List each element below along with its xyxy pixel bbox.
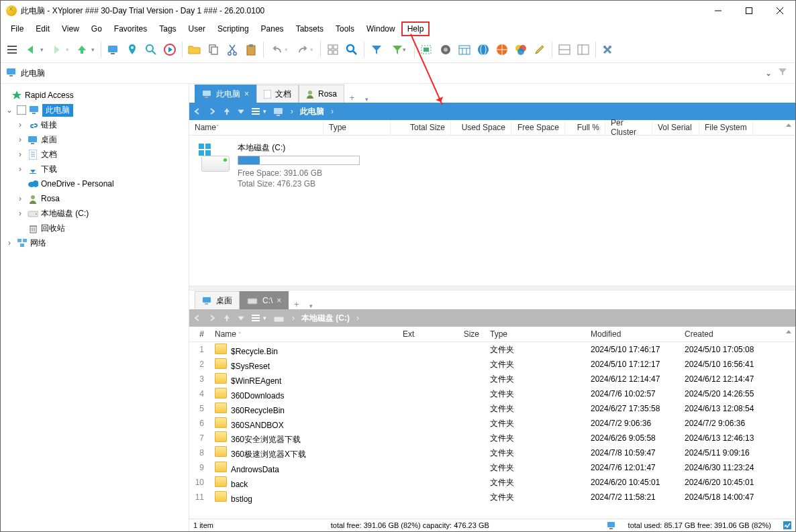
scroll-up-icon[interactable]	[785, 121, 794, 131]
colors-icon[interactable]	[512, 41, 530, 58]
column-header[interactable]: Type	[324, 120, 391, 135]
list-item[interactable]: 1$Recycle.Bin文件夹2024/5/10 17:46:172024/5…	[189, 342, 795, 357]
menu-tools[interactable]: Tools	[330, 21, 360, 36]
menu-go[interactable]: Go	[85, 21, 108, 36]
monitor-icon[interactable]	[105, 41, 122, 58]
tree-item[interactable]: ›下载	[1, 162, 189, 176]
tab[interactable]: 桌面	[195, 291, 240, 309]
globe-icon[interactable]	[475, 41, 492, 58]
menu-user[interactable]: User	[183, 21, 211, 36]
tab-menu-button[interactable]: ▾	[360, 96, 374, 103]
pane2-breadcrumb[interactable]: ▾ › 本地磁盘 (C:) ›	[189, 309, 795, 327]
column-header[interactable]: Full %	[565, 120, 605, 135]
pane2-list[interactable]: 1$Recycle.Bin文件夹2024/5/10 17:46:172024/5…	[189, 342, 795, 519]
column-header[interactable]: Modified	[585, 329, 679, 339]
settings-icon[interactable]	[599, 41, 617, 58]
column-header[interactable]: Vol Serial	[652, 120, 699, 135]
grid-icon[interactable]	[324, 41, 342, 58]
pane1-breadcrumb[interactable]: ▾ › 此电脑 ›	[189, 103, 795, 120]
open-folder-icon[interactable]	[186, 41, 203, 58]
back-button[interactable]: ▾	[22, 41, 46, 58]
list-item[interactable]: 9AndrowsData文件夹2024/7/6 12:01:472024/6/3…	[189, 460, 795, 475]
tree-item[interactable]: OneDrive - Personal	[1, 176, 189, 191]
list-item[interactable]: 6360SANDBOX文件夹2024/7/2 9:06:362024/7/2 9…	[189, 416, 795, 431]
tab[interactable]: C:\×	[240, 291, 289, 309]
menu-panes[interactable]: Panes	[255, 21, 290, 36]
redo-button[interactable]: ▾	[293, 41, 317, 58]
column-header[interactable]: Name ˄	[189, 120, 324, 135]
menu-edit[interactable]: Edit	[30, 21, 56, 36]
menu-scripting[interactable]: Scripting	[211, 21, 255, 36]
address-dropdown[interactable]: ⌄	[763, 68, 774, 78]
expand-icon[interactable]: ›	[15, 120, 25, 129]
column-header[interactable]: Size	[438, 329, 485, 339]
drive-item[interactable]: 本地磁盘 (C:) Free Space: 391.06 GB Total Si…	[197, 142, 787, 189]
maximize-button[interactable]	[734, 1, 764, 21]
tree-rapid-access[interactable]: Rapid Access	[1, 88, 189, 103]
pane-splitter[interactable]	[189, 286, 795, 290]
list-mode-icon[interactable]: ▾	[251, 107, 266, 115]
funnel-blue-icon[interactable]	[368, 41, 385, 58]
column-header[interactable]: Name ˄	[209, 329, 397, 339]
play-icon[interactable]	[161, 41, 179, 58]
circle-icon[interactable]	[437, 41, 454, 58]
column-header[interactable]: Free Space	[511, 120, 565, 135]
nav-up-icon[interactable]	[223, 314, 231, 322]
cut-icon[interactable]	[223, 41, 241, 58]
list-item[interactable]: 3$WinREAgent文件夹2024/6/12 12:14:472024/6/…	[189, 372, 795, 386]
list-item[interactable]: 7360安全浏览器下载文件夹2024/6/26 9:05:582024/6/13…	[189, 431, 795, 445]
funnel-green-icon[interactable]: ▾	[387, 41, 411, 58]
list-item[interactable]: 4360Downloads文件夹2024/7/6 10:02:572024/5/…	[189, 386, 795, 401]
expand-icon[interactable]: ›	[15, 194, 25, 203]
checkbox[interactable]	[17, 105, 26, 115]
nav-up-icon[interactable]	[223, 107, 231, 115]
column-header[interactable]: Type	[485, 329, 585, 339]
pane1-view[interactable]: 本地磁盘 (C:) Free Space: 391.06 GB Total Si…	[189, 136, 795, 286]
tree-item[interactable]: ›链接	[1, 117, 189, 132]
copy-icon[interactable]	[205, 41, 222, 58]
up-button[interactable]: ▾	[73, 41, 97, 58]
nav-forward-icon[interactable]	[208, 314, 216, 322]
column-header[interactable]: Per Cluster	[605, 120, 652, 135]
expand-icon[interactable]: ›	[15, 209, 25, 218]
list-item[interactable]: 11bstlog文件夹2024/7/2 11:58:212024/5/18 14…	[189, 490, 795, 504]
menu-window[interactable]: Window	[360, 21, 401, 36]
scroll-up-icon[interactable]	[785, 328, 794, 337]
column-header[interactable]: Total Size	[391, 120, 451, 135]
column-header[interactable]: #	[189, 329, 209, 339]
collapse-icon[interactable]: ⌄	[5, 105, 14, 115]
tab-add-button[interactable]: +	[344, 93, 360, 103]
tree-network[interactable]: ›网络	[1, 235, 189, 250]
nav-down-icon[interactable]	[238, 108, 244, 115]
find-icon[interactable]	[343, 41, 360, 58]
column-header[interactable]: Used Space	[451, 120, 511, 135]
tab[interactable]: Rosa	[299, 85, 344, 103]
pane2-columns[interactable]: #Name ˄ExtSizeTypeModifiedCreated	[189, 327, 795, 342]
nav-back-icon[interactable]	[193, 107, 201, 115]
filter-icon[interactable]	[778, 67, 790, 79]
expand-icon[interactable]: ›	[5, 238, 14, 248]
hamburger-icon[interactable]	[3, 41, 21, 58]
list-mode-icon[interactable]: ▾	[251, 314, 266, 322]
tab[interactable]: 此电脑×	[195, 85, 256, 103]
list-item[interactable]: 8360极速浏览器X下载文件夹2024/7/8 10:59:472024/5/1…	[189, 445, 795, 460]
crumb-segment[interactable]: 本地磁盘 (C:)	[301, 313, 350, 324]
list-item[interactable]: 10back文件夹2024/6/20 10:45:012024/6/20 10:…	[189, 475, 795, 490]
address-bar[interactable]: 此电脑 ⌄	[1, 63, 795, 84]
crumb-segment[interactable]: 此电脑	[300, 106, 324, 117]
menu-view[interactable]: View	[56, 21, 85, 36]
tree-item[interactable]: ›本地磁盘 (C:)	[1, 206, 189, 221]
tab[interactable]: 文档	[256, 85, 299, 103]
nav-back-icon[interactable]	[193, 314, 201, 322]
location-icon[interactable]	[123, 41, 141, 58]
column-header[interactable]: Created	[679, 329, 766, 339]
paste-icon[interactable]	[242, 41, 260, 58]
menu-tags[interactable]: Tags	[153, 21, 182, 36]
tree-item[interactable]: 回收站	[1, 221, 189, 235]
crumb-root-icon[interactable]	[273, 107, 284, 116]
nav-down-icon[interactable]	[238, 315, 244, 321]
folder-tree[interactable]: Rapid Access ⌄此电脑 ›链接›桌面›文档›下载OneDrive -…	[1, 84, 189, 531]
nav-forward-icon[interactable]	[208, 107, 216, 115]
tree-this-pc[interactable]: ⌄此电脑	[1, 103, 189, 117]
ball-orange-icon[interactable]	[493, 41, 511, 58]
